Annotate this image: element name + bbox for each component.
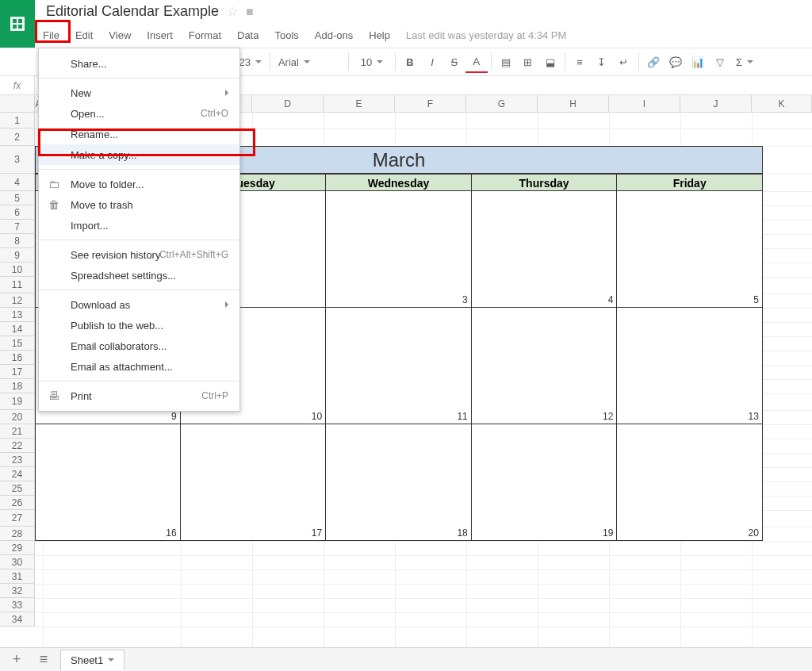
row-header-13[interactable]: 13 [0, 308, 35, 322]
row-header-4[interactable]: 4 [0, 174, 35, 191]
valign-icon[interactable]: ↧ [591, 51, 613, 73]
row-header-18[interactable]: 18 [0, 379, 35, 393]
row-header-10[interactable]: 10 [0, 263, 35, 277]
select-all-corner[interactable] [0, 95, 35, 112]
row-header-5[interactable]: 5 [0, 191, 35, 205]
row-header-33[interactable]: 33 [0, 598, 35, 612]
col-header-e[interactable]: E [324, 95, 395, 112]
row-header-27[interactable]: 27 [0, 510, 35, 527]
sheets-logo[interactable] [0, 0, 35, 48]
wrap-icon[interactable]: ↵ [613, 51, 635, 73]
strikethrough-icon[interactable]: S [443, 51, 465, 73]
col-header-i[interactable]: I [609, 95, 680, 112]
row-header-24[interactable]: 24 [0, 467, 35, 481]
file-share[interactable]: Share... [39, 53, 239, 74]
halign-icon[interactable]: ≡ [569, 51, 591, 73]
borders-icon[interactable]: ⊞ [517, 51, 539, 73]
row-header-12[interactable]: 12 [0, 293, 35, 308]
file-download-as[interactable]: Download as [39, 294, 239, 315]
merge-cells-icon[interactable]: ⬓ [539, 51, 561, 73]
menu-file[interactable]: File [35, 25, 67, 46]
row-header-7[interactable]: 7 [0, 220, 35, 234]
calendar-cell[interactable]: 16 [35, 424, 181, 541]
row-header-3[interactable]: 3 [0, 146, 35, 174]
all-sheets-button[interactable]: ≡ [33, 650, 54, 670]
calendar-cell[interactable]: 4 [472, 191, 618, 308]
row-header-17[interactable]: 17 [0, 365, 35, 379]
row-header-11[interactable]: 11 [0, 277, 35, 293]
row-header-31[interactable]: 31 [0, 569, 35, 584]
calendar-cell[interactable]: 3 [326, 191, 472, 308]
col-header-j[interactable]: J [680, 95, 752, 112]
row-header-28[interactable]: 28 [0, 527, 35, 541]
row-header-22[interactable]: 22 [0, 439, 35, 453]
calendar-cell[interactable]: 12 [472, 308, 618, 424]
row-header-1[interactable]: 1 [0, 113, 35, 128]
file-rename[interactable]: Rename... [39, 124, 239, 144]
file-new[interactable]: New [39, 82, 239, 103]
doc-title[interactable]: Editorial Calendar Example [46, 3, 219, 20]
insert-link-icon[interactable]: 🔗 [642, 51, 665, 73]
row-header-6[interactable]: 6 [0, 205, 35, 220]
calendar-cell[interactable]: 5 [617, 191, 763, 308]
file-move-folder[interactable]: 🗀Move to folder... [39, 174, 239, 194]
col-header-d[interactable]: D [252, 95, 324, 112]
calendar-cell[interactable]: 11 [326, 308, 472, 424]
calendar-cell[interactable]: 17 [181, 424, 327, 541]
row-header-26[interactable]: 26 [0, 496, 35, 510]
row-header-29[interactable]: 29 [0, 541, 35, 555]
row-header-30[interactable]: 30 [0, 555, 35, 569]
insert-comment-icon[interactable]: 💬 [665, 51, 687, 73]
star-icon[interactable]: ☆ [227, 4, 238, 19]
menu-tools[interactable]: Tools [266, 25, 306, 46]
file-email-collaborators[interactable]: Email collaborators... [39, 336, 239, 356]
row-header-34[interactable]: 34 [0, 612, 35, 627]
calendar-cell[interactable]: 19 [472, 424, 618, 541]
menu-format[interactable]: Format [181, 25, 229, 46]
file-open[interactable]: Open...Ctrl+O [39, 103, 239, 124]
folder-icon[interactable]: ■ [246, 5, 254, 19]
col-header-g[interactable]: G [466, 95, 538, 112]
insert-chart-icon[interactable]: 📊 [687, 51, 709, 73]
menu-help[interactable]: Help [361, 25, 398, 46]
row-header-21[interactable]: 21 [0, 424, 35, 439]
col-header-k[interactable]: K [752, 95, 812, 112]
file-import[interactable]: Import... [39, 215, 239, 236]
menu-addons[interactable]: Add-ons [307, 25, 361, 46]
sheet-tab-sheet1[interactable]: Sheet1 [60, 650, 124, 670]
menu-edit[interactable]: Edit [67, 25, 101, 46]
font-size-dropdown[interactable]: 10 [352, 51, 392, 73]
font-family-dropdown[interactable]: Arial [274, 51, 345, 73]
row-header-16[interactable]: 16 [0, 351, 35, 365]
row-header-15[interactable]: 15 [0, 336, 35, 351]
italic-icon[interactable]: I [421, 51, 443, 73]
functions-dropdown[interactable]: Σ [731, 51, 758, 73]
file-print[interactable]: 🖶PrintCtrl+P [39, 385, 239, 406]
row-header-25[interactable]: 25 [0, 481, 35, 496]
file-publish-web[interactable]: Publish to the web... [39, 315, 239, 336]
file-spreadsheet-settings[interactable]: Spreadsheet settings... [39, 265, 239, 286]
add-sheet-button[interactable]: + [6, 650, 27, 670]
calendar-cell[interactable]: 20 [617, 424, 763, 541]
menu-view[interactable]: View [101, 25, 139, 46]
row-header-2[interactable]: 2 [0, 128, 35, 146]
row-header-9[interactable]: 9 [0, 248, 35, 263]
menu-data[interactable]: Data [229, 25, 266, 46]
file-email-attachment[interactable]: Email as attachment... [39, 356, 239, 377]
text-color-icon[interactable]: A [465, 51, 488, 73]
file-move-trash[interactable]: 🗑Move to trash [39, 194, 239, 215]
row-header-23[interactable]: 23 [0, 453, 35, 467]
col-header-h[interactable]: H [538, 95, 609, 112]
fill-color-icon[interactable]: ▤ [495, 51, 517, 73]
col-header-f[interactable]: F [395, 95, 466, 112]
row-header-32[interactable]: 32 [0, 584, 35, 598]
filter-icon[interactable]: ▽ [709, 51, 731, 73]
calendar-cell[interactable]: 13 [617, 308, 763, 424]
bold-icon[interactable]: B [399, 51, 421, 73]
file-revision-history[interactable]: See revision historyCtrl+Alt+Shift+G [39, 244, 239, 265]
menu-insert[interactable]: Insert [139, 25, 181, 46]
row-header-20[interactable]: 20 [0, 410, 35, 424]
calendar-cell[interactable]: 18 [326, 424, 472, 541]
file-make-copy[interactable]: Make a copy... [39, 144, 239, 165]
row-header-8[interactable]: 8 [0, 234, 35, 248]
